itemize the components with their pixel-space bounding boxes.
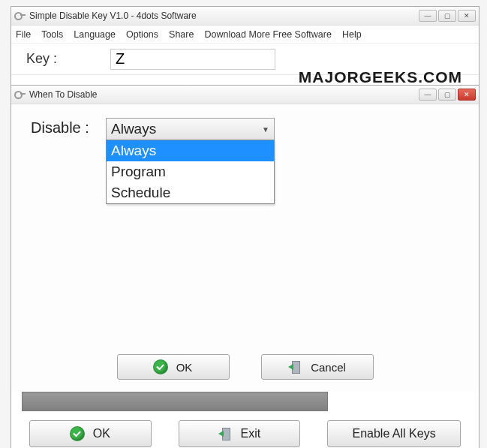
dialog-button-row: OK Cancel xyxy=(11,354,479,380)
exit-icon xyxy=(218,427,232,440)
menu-tools[interactable]: Tools xyxy=(41,29,63,40)
menu-share[interactable]: Share xyxy=(169,29,194,40)
main-exit-button[interactable]: Exit xyxy=(179,420,301,447)
menu-file[interactable]: File xyxy=(16,29,31,40)
dialog-titlebar[interactable]: When To Disable — ▢ ✕ xyxy=(11,86,479,104)
dialog-close-button[interactable]: ✕ xyxy=(458,89,476,101)
list-area[interactable] xyxy=(22,392,328,411)
enable-all-keys-button[interactable]: Enable All Keys xyxy=(327,420,461,447)
maximize-button[interactable]: ▢ xyxy=(438,10,456,22)
check-icon xyxy=(71,427,84,440)
dialog-when-to-disable: When To Disable — ▢ ✕ Disable : Always ▼… xyxy=(11,85,479,394)
dialog-window-controls: — ▢ ✕ xyxy=(419,89,476,101)
disable-combo-wrap: Always ▼ Always Program Schedule xyxy=(106,118,275,140)
main-button-row: OK Exit Enable All Keys xyxy=(11,420,479,447)
minimize-button[interactable]: — xyxy=(419,10,437,22)
dialog-ok-button[interactable]: OK xyxy=(117,354,230,380)
main-ok-label: OK xyxy=(93,427,110,440)
main-bottom-area: OK Exit Enable All Keys xyxy=(11,392,479,448)
disable-combo-list: Always Program Schedule xyxy=(106,140,275,204)
menu-bar: File Tools Language Options Share Downlo… xyxy=(11,26,479,44)
menu-options[interactable]: Options xyxy=(126,29,158,40)
combo-option-always[interactable]: Always xyxy=(107,140,274,161)
key-label: Key : xyxy=(20,51,110,67)
window-controls: — ▢ ✕ xyxy=(419,10,476,22)
dialog-minimize-button[interactable]: — xyxy=(419,89,437,101)
dialog-ok-label: OK xyxy=(176,361,193,374)
exit-icon xyxy=(288,360,302,374)
disable-label: Disable : xyxy=(23,118,106,137)
dialog-body: Disable : Always ▼ Always Program Schedu… xyxy=(11,104,479,393)
close-button[interactable]: ✕ xyxy=(458,10,476,22)
check-icon xyxy=(154,360,167,374)
key-input[interactable] xyxy=(110,49,275,70)
menu-help[interactable]: Help xyxy=(342,29,362,40)
dialog-cancel-label: Cancel xyxy=(311,361,346,374)
menu-download[interactable]: Download More Free Software xyxy=(204,29,332,40)
dialog-icon xyxy=(14,89,26,101)
dialog-maximize-button[interactable]: ▢ xyxy=(438,89,456,101)
main-ok-button[interactable]: OK xyxy=(29,420,152,447)
dialog-title: When To Disable xyxy=(29,89,419,100)
main-exit-label: Exit xyxy=(241,427,261,440)
disable-combo-value: Always xyxy=(111,121,156,137)
main-titlebar[interactable]: Simple Disable Key V1.0 - 4dots Software… xyxy=(11,7,479,26)
dialog-cancel-button[interactable]: Cancel xyxy=(261,354,374,380)
combo-option-schedule[interactable]: Schedule xyxy=(107,182,274,203)
enable-all-label: Enable All Keys xyxy=(352,427,435,440)
chevron-down-icon: ▼ xyxy=(262,125,269,134)
watermark: MAJORGEEKS.COM xyxy=(299,68,462,86)
combo-option-program[interactable]: Program xyxy=(107,161,274,182)
app-icon xyxy=(14,10,26,22)
menu-language[interactable]: Language xyxy=(74,29,116,40)
disable-combobox[interactable]: Always ▼ xyxy=(106,118,275,140)
disable-row: Disable : Always ▼ Always Program Schedu… xyxy=(23,118,467,140)
main-title: Simple Disable Key V1.0 - 4dots Software xyxy=(29,11,419,21)
